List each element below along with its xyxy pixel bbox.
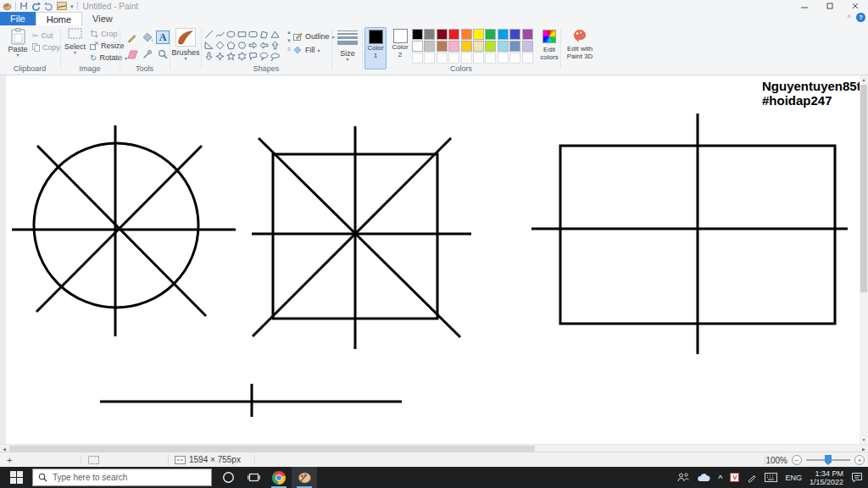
tab-home[interactable]: Home (36, 12, 82, 25)
outline-button[interactable]: Outline ▾ (293, 31, 335, 42)
rectangle-shape-icon[interactable] (236, 29, 248, 40)
palette-empty-slot[interactable] (412, 53, 423, 64)
zoom-in-button[interactable]: + (854, 455, 865, 465)
palette-empty-slot[interactable] (522, 53, 533, 64)
drawing-canvas[interactable]: Nguyentuyen85ts #hoidap247 (0, 75, 860, 444)
palette-color-swatch[interactable] (424, 41, 435, 52)
oval-callout-shape-icon[interactable] (259, 51, 270, 62)
horizontal-scrollbar[interactable]: ◀ ▶ (0, 444, 868, 452)
vertical-scrollbar[interactable]: ▲ ▼ (860, 75, 868, 444)
palette-color-swatch[interactable] (473, 41, 484, 52)
six-point-star-shape-icon[interactable] (236, 51, 248, 62)
palette-color-swatch[interactable] (437, 29, 448, 40)
v-app-icon[interactable]: V (730, 473, 739, 482)
taskbar-search[interactable]: Type here to search (32, 469, 212, 486)
start-button[interactable] (0, 467, 32, 488)
qat-preview-icon[interactable] (57, 2, 67, 10)
fill-button[interactable]: Fill ▾ (293, 45, 320, 55)
palette-empty-slot[interactable] (424, 53, 435, 64)
select-button[interactable]: Select ▾ (64, 28, 86, 54)
rotate-button[interactable]: ↻ Rotate ▾ (90, 53, 127, 63)
palette-color-swatch[interactable] (485, 41, 496, 52)
palette-empty-slot[interactable] (473, 53, 484, 64)
triangle-shape-icon[interactable] (270, 29, 281, 40)
eraser-tool[interactable] (125, 47, 139, 61)
palette-color-swatch[interactable] (412, 41, 423, 52)
ellipse-shape-icon[interactable] (225, 29, 236, 40)
right-triangle-shape-icon[interactable] (203, 40, 214, 51)
palette-color-swatch[interactable] (424, 29, 435, 40)
palette-color-swatch[interactable] (485, 29, 496, 40)
pencil-tool[interactable] (125, 30, 139, 44)
magnifier-tool[interactable] (156, 47, 170, 61)
clock[interactable]: 1:34 PM 1/15/2022 (810, 469, 843, 486)
palette-color-swatch[interactable] (509, 29, 520, 40)
five-point-star-shape-icon[interactable] (225, 51, 236, 62)
palette-color-swatch[interactable] (498, 41, 509, 52)
palette-color-swatch[interactable] (461, 41, 472, 52)
palette-color-swatch[interactable] (448, 29, 459, 40)
palette-color-swatch[interactable] (522, 41, 533, 52)
taskbar-chrome-button[interactable] (266, 467, 292, 488)
palette-color-swatch[interactable] (412, 29, 423, 40)
canvas-surface[interactable] (6, 75, 860, 444)
redo-icon[interactable] (44, 2, 53, 11)
hexagon-shape-icon[interactable] (236, 40, 248, 51)
scroll-down-icon[interactable]: ▼ (860, 435, 868, 444)
text-tool[interactable]: A (156, 30, 170, 44)
tab-view[interactable]: View (82, 12, 123, 25)
qat-customize-icon[interactable]: ▾ (70, 3, 74, 9)
help-icon[interactable]: ? (856, 13, 865, 22)
undo-icon[interactable] (31, 2, 41, 11)
people-icon[interactable] (677, 473, 689, 482)
palette-color-swatch[interactable] (437, 41, 448, 52)
tray-expand-icon[interactable]: ^ (718, 474, 722, 482)
scroll-up-icon[interactable]: ▲ (860, 75, 868, 84)
color2-button[interactable]: Color 2 (389, 27, 411, 69)
color1-button[interactable]: Color 1 (364, 27, 387, 69)
tab-file[interactable]: File (0, 12, 36, 25)
shapes-scroll-down-icon[interactable]: ▼ (287, 38, 292, 43)
right-arrow-shape-icon[interactable] (248, 40, 259, 51)
pentagon-shape-icon[interactable] (225, 40, 236, 51)
left-arrow-shape-icon[interactable] (259, 40, 270, 51)
save-icon[interactable] (19, 2, 28, 10)
palette-empty-slot[interactable] (437, 53, 448, 64)
four-point-star-shape-icon[interactable] (214, 51, 225, 62)
copy-button[interactable]: Copy (32, 42, 60, 53)
palette-color-swatch[interactable] (522, 29, 533, 40)
polygon-shape-icon[interactable] (259, 29, 270, 40)
action-center-icon[interactable] (851, 472, 863, 483)
palette-color-swatch[interactable] (498, 29, 509, 40)
zoom-out-button[interactable]: − (792, 455, 802, 465)
cut-button[interactable]: ✂ Cut (32, 30, 53, 41)
taskbar-paint-button[interactable] (292, 467, 317, 488)
rounded-rectangle-shape-icon[interactable] (248, 29, 259, 40)
paste-button[interactable]: Paste ▾ (5, 28, 31, 57)
diamond-shape-icon[interactable] (214, 40, 225, 51)
horizontal-scroll-thumb[interactable] (9, 446, 535, 452)
minimize-button[interactable] (792, 0, 817, 12)
shapes-more-icon[interactable]: ≡ (287, 47, 291, 52)
zoom-slider-thumb[interactable] (825, 455, 832, 465)
onedrive-icon[interactable] (697, 473, 710, 482)
color-picker-tool[interactable] (141, 47, 154, 61)
fill-tool[interactable] (141, 30, 154, 44)
palette-empty-slot[interactable] (448, 53, 459, 64)
palette-color-swatch[interactable] (461, 29, 472, 40)
palette-color-swatch[interactable] (509, 41, 520, 52)
vertical-scroll-thumb[interactable] (860, 85, 867, 292)
collapse-ribbon-icon[interactable]: ^ (848, 14, 851, 22)
rounded-callout-shape-icon[interactable] (248, 51, 259, 62)
palette-empty-slot[interactable] (509, 53, 520, 64)
pen-icon[interactable] (747, 473, 757, 483)
maximize-button[interactable] (817, 0, 843, 12)
paint3d-button[interactable]: Edit with Paint 3D (564, 29, 596, 60)
palette-color-swatch[interactable] (448, 41, 459, 52)
curve-shape-icon[interactable] (214, 29, 225, 40)
cloud-callout-shape-icon[interactable] (270, 51, 281, 62)
zoom-slider[interactable] (806, 459, 850, 461)
edit-colors-button[interactable]: Edit colors (537, 30, 562, 61)
close-button[interactable] (843, 0, 868, 12)
palette-empty-slot[interactable] (498, 53, 509, 64)
